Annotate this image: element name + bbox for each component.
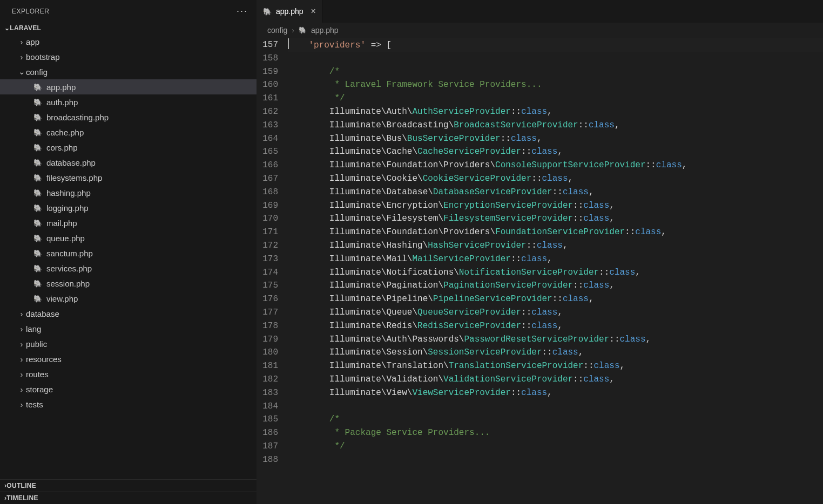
folder-label: config xyxy=(26,67,48,77)
chevron-down-icon: ⌄ xyxy=(4,24,10,32)
tab-bar: 🐘 app.php × xyxy=(257,0,823,23)
timeline-panel[interactable]: › TIMELINE xyxy=(0,492,257,504)
file-label: session.php xyxy=(46,279,90,288)
file-label: view.php xyxy=(46,294,78,303)
folder-label: public xyxy=(26,339,47,349)
file-label: filesystems.php xyxy=(46,173,102,182)
folder-label: lang xyxy=(26,324,41,333)
tab-app-php[interactable]: 🐘 app.php × xyxy=(257,0,323,23)
timeline-label: TIMELINE xyxy=(6,494,38,502)
file-label: mail.php xyxy=(46,219,77,228)
php-icon: 🐘 xyxy=(33,295,42,303)
breadcrumb-segment[interactable]: app.php xyxy=(311,26,339,35)
file-session-php[interactable]: 🐘session.php xyxy=(0,276,257,291)
explorer-header: EXPLORER ··· xyxy=(0,0,257,22)
folder-label: database xyxy=(26,309,59,318)
file-label: auth.php xyxy=(46,98,78,107)
chevron-right-icon: › xyxy=(17,52,26,62)
file-broadcasting-php[interactable]: 🐘broadcasting.php xyxy=(0,110,257,125)
folder-database[interactable]: ›database xyxy=(0,306,257,321)
file-label: broadcasting.php xyxy=(46,113,109,122)
php-icon: 🐘 xyxy=(33,204,42,212)
php-icon: 🐘 xyxy=(33,83,42,91)
file-label: database.php xyxy=(46,158,96,167)
file-label: logging.php xyxy=(46,203,89,213)
php-icon: 🐘 xyxy=(33,128,42,137)
outline-label: OUTLINE xyxy=(6,482,36,489)
file-label: cache.php xyxy=(46,128,84,137)
php-icon: 🐘 xyxy=(33,113,42,121)
php-icon: 🐘 xyxy=(33,219,42,227)
chevron-right-icon: › xyxy=(17,324,26,333)
file-app-php[interactable]: 🐘app.php xyxy=(0,79,257,94)
file-auth-php[interactable]: 🐘auth.php xyxy=(0,94,257,110)
php-icon: 🐘 xyxy=(33,189,42,197)
file-services-php[interactable]: 🐘services.php xyxy=(0,261,257,276)
file-database-php[interactable]: 🐘database.php xyxy=(0,155,257,170)
chevron-right-icon: › xyxy=(17,339,26,349)
file-sanctum-php[interactable]: 🐘sanctum.php xyxy=(0,246,257,261)
breadcrumb[interactable]: config › 🐘 app.php xyxy=(257,23,823,38)
more-actions-icon[interactable]: ··· xyxy=(237,5,248,17)
php-icon: 🐘 xyxy=(263,8,272,16)
folder-label: storage xyxy=(26,385,53,394)
file-label: cors.php xyxy=(46,143,78,152)
editor-area: 🐘 app.php × config › 🐘 app.php 157158159… xyxy=(257,0,823,504)
chevron-down-icon: ⌄ xyxy=(17,67,26,77)
folder-config[interactable]: ⌄config xyxy=(0,64,257,79)
php-icon: 🐘 xyxy=(33,280,42,288)
chevron-right-icon: › xyxy=(292,26,294,35)
folder-app[interactable]: ›app xyxy=(0,34,257,49)
php-icon: 🐘 xyxy=(33,98,42,106)
file-label: queue.php xyxy=(46,234,85,243)
php-icon: 🐘 xyxy=(33,249,42,257)
file-mail-php[interactable]: 🐘mail.php xyxy=(0,215,257,230)
folder-label: routes xyxy=(26,370,49,379)
folder-tests[interactable]: ›tests xyxy=(0,397,257,412)
file-cors-php[interactable]: 🐘cors.php xyxy=(0,140,257,155)
php-icon: 🐘 xyxy=(33,264,42,273)
file-label: hashing.php xyxy=(46,188,91,197)
chevron-right-icon: › xyxy=(17,309,26,318)
file-label: services.php xyxy=(46,264,92,273)
folder-label: app xyxy=(26,37,39,46)
php-icon: 🐘 xyxy=(299,26,307,34)
file-filesystems-php[interactable]: 🐘filesystems.php xyxy=(0,170,257,185)
file-label: app.php xyxy=(46,83,76,92)
folder-storage[interactable]: ›storage xyxy=(0,382,257,397)
outline-panel[interactable]: › OUTLINE xyxy=(0,479,257,492)
file-cache-php[interactable]: 🐘cache.php xyxy=(0,125,257,140)
php-icon: 🐘 xyxy=(33,174,42,182)
file-hashing-php[interactable]: 🐘hashing.php xyxy=(0,185,257,200)
php-icon: 🐘 xyxy=(33,144,42,152)
breadcrumb-segment[interactable]: config xyxy=(267,26,287,35)
chevron-right-icon: › xyxy=(17,37,26,46)
file-view-php[interactable]: 🐘view.php xyxy=(0,291,257,306)
code-editor[interactable]: 1571581591601611621631641651661671681691… xyxy=(257,38,823,504)
folder-label: bootstrap xyxy=(26,52,60,62)
explorer-sidebar: EXPLORER ··· ⌄ LARAVEL ›app›bootstrap⌄co… xyxy=(0,0,257,504)
close-icon[interactable]: × xyxy=(311,6,316,16)
file-label: sanctum.php xyxy=(46,249,93,258)
explorer-panels: › OUTLINE › TIMELINE xyxy=(0,479,257,504)
code-content[interactable]: 'providers' => [ /* * Laravel Framework … xyxy=(288,38,823,504)
chevron-right-icon: › xyxy=(17,370,26,379)
folder-bootstrap[interactable]: ›bootstrap xyxy=(0,49,257,64)
tab-label: app.php xyxy=(276,7,303,16)
chevron-right-icon: › xyxy=(17,385,26,394)
folder-public[interactable]: ›public xyxy=(0,336,257,351)
folder-label: tests xyxy=(26,400,43,409)
chevron-right-icon: › xyxy=(17,355,26,364)
explorer-title: EXPLORER xyxy=(12,8,49,15)
folder-resources[interactable]: ›resources xyxy=(0,351,257,366)
project-name: LARAVEL xyxy=(10,24,41,32)
php-icon: 🐘 xyxy=(33,234,42,242)
file-logging-php[interactable]: 🐘logging.php xyxy=(0,200,257,215)
folder-label: resources xyxy=(26,355,62,364)
file-queue-php[interactable]: 🐘queue.php xyxy=(0,230,257,246)
folder-lang[interactable]: ›lang xyxy=(0,321,257,336)
file-tree: ⌄ LARAVEL ›app›bootstrap⌄config🐘app.php🐘… xyxy=(0,22,257,479)
folder-routes[interactable]: ›routes xyxy=(0,366,257,382)
php-icon: 🐘 xyxy=(33,159,42,167)
project-root[interactable]: ⌄ LARAVEL xyxy=(0,22,257,34)
